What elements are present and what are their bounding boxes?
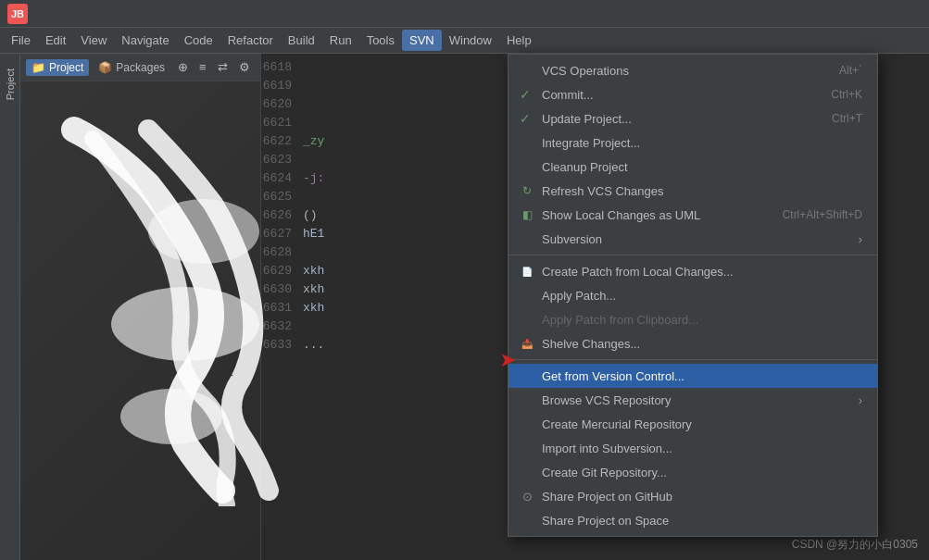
subversion-arrow-icon: › <box>859 232 862 246</box>
menu-edit[interactable]: Edit <box>38 30 73 51</box>
github-icon: ⊙ <box>520 489 534 504</box>
left-sidebar: Project <box>0 54 20 560</box>
settings-icon[interactable]: ⚙ <box>235 58 254 76</box>
menu-item-refresh-vcs[interactable]: ↻ Refresh VCS Changes <box>508 179 877 203</box>
separator-2 <box>508 359 877 360</box>
panel-content <box>20 81 260 560</box>
menu-item-apply-patch-clipboard: Apply Patch from Clipboard... <box>508 307 877 331</box>
menu-item-create-mercurial[interactable]: Create Mercurial Repository <box>508 412 877 436</box>
browse-vcs-icon <box>520 392 534 407</box>
uml-icon: ◧ <box>520 207 534 222</box>
shelve-icon: 📥 <box>520 336 534 351</box>
app-logo: JB <box>7 4 28 24</box>
menu-item-show-local-changes[interactable]: ◧ Show Local Changes as UML Ctrl+Alt+Shi… <box>508 203 877 227</box>
folder-icon: 📁 <box>31 61 45 74</box>
import-svn-icon <box>520 441 534 455</box>
menu-item-shelve-changes[interactable]: 📥 Shelve Changes... <box>508 331 877 355</box>
panel-tab-project[interactable]: 📁 Project <box>26 59 89 76</box>
menu-svn[interactable]: SVN <box>402 30 442 51</box>
packages-icon: 📦 <box>98 61 112 74</box>
menu-item-get-from-vcs[interactable]: Get from Version Control... <box>508 364 877 388</box>
panel-toolbar: 📁 Project 📦 Packages ⊕ ≡ ⇄ ⚙ — <box>20 54 260 81</box>
menu-item-browse-vcs[interactable]: Browse VCS Repository › <box>508 388 877 412</box>
update-check-icon: ✓ <box>520 111 534 126</box>
title-bar: JB <box>0 0 929 28</box>
cleanup-icon <box>520 159 534 174</box>
list-icon[interactable]: ≡ <box>195 58 210 76</box>
sidebar-project-tab[interactable]: Project <box>1 61 19 107</box>
menu-view[interactable]: View <box>73 30 114 51</box>
commit-check-icon: ✓ <box>520 87 534 102</box>
refresh-icon: ↻ <box>520 183 534 198</box>
menu-item-update-project[interactable]: ✓ Update Project... Ctrl+T <box>508 106 877 131</box>
integrate-icon <box>520 135 534 150</box>
menu-build[interactable]: Build <box>281 30 322 51</box>
subversion-icon <box>520 231 534 246</box>
menu-item-import-subversion[interactable]: Import into Subversion... <box>508 436 877 460</box>
watermark: CSDN @努力的小白0305 <box>792 537 918 553</box>
menu-item-vcs-operations[interactable]: VCS Operations Alt+` <box>508 58 877 82</box>
menu-navigate[interactable]: Navigate <box>114 30 176 51</box>
menu-item-create-git-repo[interactable]: Create Git Repository... <box>508 460 877 484</box>
menu-item-apply-patch[interactable]: Apply Patch... <box>508 283 877 307</box>
split-icon[interactable]: ⇄ <box>214 58 232 76</box>
menu-code[interactable]: Code <box>177 30 220 51</box>
menu-run[interactable]: Run <box>322 30 359 51</box>
get-vcs-icon <box>520 368 534 383</box>
menu-item-commit[interactable]: ✓ Commit... Ctrl+K <box>508 82 877 106</box>
space-icon <box>520 513 534 528</box>
menu-bar: File Edit View Navigate Code Refactor Bu… <box>0 28 929 54</box>
mercurial-icon <box>520 417 534 431</box>
menu-tools[interactable]: Tools <box>359 30 402 51</box>
menu-item-cleanup-project[interactable]: Cleanup Project <box>508 155 877 179</box>
apply-patch-icon <box>520 288 534 303</box>
menu-item-subversion[interactable]: Subversion › <box>508 227 877 251</box>
menu-refactor[interactable]: Refactor <box>220 30 281 51</box>
menu-item-integrate-project[interactable]: Integrate Project... <box>508 131 877 155</box>
vcs-operations-icon <box>520 63 534 78</box>
red-arrow-indicator: ➤ <box>499 348 516 372</box>
create-git-icon <box>520 465 534 479</box>
menu-item-share-github[interactable]: ⊙ Share Project on GitHub <box>508 484 877 508</box>
create-patch-icon: 📄 <box>520 264 534 279</box>
menu-help[interactable]: Help <box>499 30 539 51</box>
apply-patch-clipboard-icon <box>520 312 534 327</box>
menu-file[interactable]: File <box>4 30 38 51</box>
menu-window[interactable]: Window <box>442 30 499 51</box>
menu-item-create-patch[interactable]: 📄 Create Patch from Local Changes... <box>508 259 877 283</box>
svn-dropdown-menu: VCS Operations Alt+` ✓ Commit... Ctrl+K … <box>508 54 878 537</box>
separator-1 <box>508 255 877 255</box>
browse-vcs-arrow-icon: › <box>859 393 862 407</box>
panel-tab-packages[interactable]: 📦 Packages <box>93 59 170 76</box>
project-panel: 📁 Project 📦 Packages ⊕ ≡ ⇄ ⚙ — <box>20 54 261 560</box>
menu-item-share-space[interactable]: Share Project on Space <box>508 508 877 532</box>
add-icon[interactable]: ⊕ <box>174 58 192 76</box>
